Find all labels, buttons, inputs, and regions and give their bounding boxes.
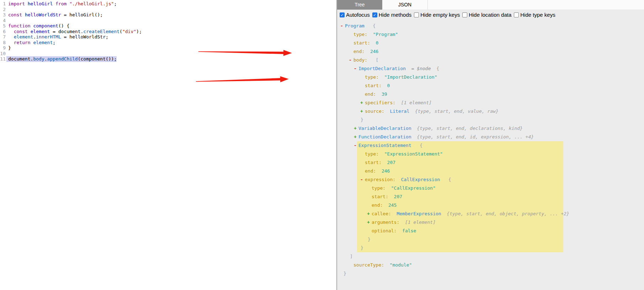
property-value: 246 — [376, 168, 390, 174]
code-text: function component() { — [6, 23, 69, 29]
tree-row[interactable]: type: "CallExpression" — [337, 184, 644, 193]
expand-icon[interactable]: + — [354, 124, 357, 133]
code-line[interactable]: 10 — [0, 51, 336, 57]
code-text: element.innerHTML = helloWorldStr; — [6, 34, 108, 40]
option-autofocus[interactable]: ✓Autofocus — [340, 12, 370, 18]
tree-row[interactable]: -expression: CallExpression { — [337, 175, 644, 184]
code-line[interactable]: 11document.body.appendChild(component())… — [0, 56, 336, 62]
token-pl: ); — [136, 29, 142, 34]
property-value: 0 — [382, 83, 390, 88]
punctuation: [ — [367, 57, 378, 63]
checkbox-unchecked-icon[interactable] — [414, 12, 419, 17]
line-number: 6 — [0, 29, 6, 35]
property-key-label: source: — [365, 109, 384, 114]
option-hide-empty-keys[interactable]: Hide empty keys — [414, 12, 460, 18]
code-text — [6, 7, 8, 12]
property-key-label: type: — [365, 74, 379, 80]
tree-row[interactable]: optional: false — [337, 227, 644, 235]
tree-row[interactable]: end: 245 — [337, 201, 644, 210]
tree-row[interactable]: end: 246 — [337, 47, 644, 56]
code-editor[interactable]: 1import helloGirl from "./helloGirl.js";… — [0, 0, 336, 290]
code-line[interactable]: 4 — [0, 18, 336, 23]
tree-row[interactable]: type: "ImportDeclaration" — [337, 73, 644, 81]
collapse-icon[interactable]: - — [349, 56, 352, 64]
property-value: "module" — [384, 262, 412, 268]
code-line[interactable]: 6 const element = document.createElement… — [0, 29, 336, 35]
tree-row[interactable]: +callee: MemberExpression {type, start, … — [337, 210, 644, 218]
option-hide-methods[interactable]: ✓Hide methods — [372, 12, 412, 18]
tab-json[interactable]: JSON — [382, 0, 428, 10]
code-line[interactable]: 1import helloGirl from "./helloGirl.js"; — [0, 1, 336, 7]
tree-row[interactable]: +FunctionDeclaration {type, start, end, … — [337, 133, 644, 141]
property-key-label: end: — [365, 168, 376, 174]
punctuation: { — [411, 143, 422, 148]
checkbox-checked-icon[interactable]: ✓ — [340, 12, 345, 17]
tree-row[interactable]: ] — [337, 252, 644, 261]
tree-row[interactable]: type: "Program" — [337, 30, 644, 39]
token-pl: . — [44, 56, 47, 62]
property-key-label: end: — [372, 202, 383, 208]
node-type-label: ImportDeclaration — [358, 66, 406, 71]
tree-row[interactable]: +specifiers: [1 element] — [337, 99, 644, 107]
code-line[interactable]: 3const helloWorldStr = helloGirl(); — [0, 12, 336, 18]
tree-row[interactable]: -ExpressionStatement { — [337, 141, 644, 150]
collapsed-preview: {type, start, end, value, raw} — [409, 109, 498, 114]
token-pl: () { — [58, 23, 69, 28]
checkbox-unchecked-icon[interactable] — [514, 12, 519, 17]
token-kw: const — [8, 12, 22, 17]
tree-row[interactable]: start: 0 — [337, 81, 644, 90]
tree-row[interactable]: end: 246 — [337, 167, 644, 175]
expand-icon[interactable]: + — [367, 210, 370, 218]
expand-icon[interactable]: + — [360, 99, 363, 107]
tree-row[interactable]: -body: [ — [337, 56, 644, 64]
checkbox-checked-icon[interactable]: ✓ — [372, 12, 377, 17]
token-pl: = helloWorldStr; — [61, 34, 108, 39]
option-hide-type-keys[interactable]: Hide type keys — [514, 12, 555, 18]
expand-icon[interactable]: + — [367, 218, 370, 227]
tree-row[interactable]: type: "ExpressionStatement" — [337, 150, 644, 158]
tree-row[interactable]: start: 207 — [337, 158, 644, 167]
checkbox-unchecked-icon[interactable] — [462, 12, 467, 17]
expand-icon[interactable]: + — [360, 107, 363, 116]
expand-icon[interactable]: + — [354, 133, 357, 141]
tree-row[interactable]: -ImportDeclaration = $node { — [337, 64, 644, 73]
property-key-label: type: — [372, 185, 385, 191]
tree-row[interactable]: end: 39 — [337, 90, 644, 99]
token-prop: appendChild — [47, 56, 78, 62]
option-hide-location-data[interactable]: Hide location data — [462, 12, 511, 18]
property-value: false — [396, 228, 416, 233]
collapse-icon[interactable]: - — [354, 64, 357, 73]
code-line[interactable]: 8 return element; — [0, 40, 336, 46]
tree-row[interactable]: start: 0 — [337, 39, 644, 47]
tree-row[interactable]: } — [337, 269, 644, 278]
line-number: 9 — [0, 45, 6, 51]
tree-row[interactable]: -Program { — [337, 22, 644, 30]
code-line[interactable]: 2 — [0, 7, 336, 12]
node-type-label: Program — [345, 23, 364, 28]
tree-row[interactable]: +source: Literal {type, start, end, valu… — [337, 107, 644, 116]
tree-row[interactable]: } — [337, 235, 644, 244]
code-line[interactable]: 7 element.innerHTML = helloWorldStr; — [0, 34, 336, 40]
collapse-icon[interactable]: - — [340, 22, 343, 30]
property-value: 0 — [370, 40, 378, 46]
token-pl: ( — [119, 29, 122, 34]
tree-row[interactable]: } — [337, 116, 644, 124]
tree-row[interactable]: +arguments: [1 element] — [337, 218, 644, 227]
view-tabs: Tree JSON — [337, 0, 644, 10]
collapse-icon[interactable]: - — [354, 141, 357, 150]
code-text: return element; — [6, 40, 55, 46]
tree-row[interactable]: +VariableDeclaration {type, start, end, … — [337, 124, 644, 133]
tree-row[interactable]: start: 207 — [337, 193, 644, 201]
tab-tree[interactable]: Tree — [337, 0, 382, 10]
code-line[interactable]: 9} — [0, 45, 336, 51]
code-text: const element = document.createElement("… — [6, 29, 142, 35]
collapsed-preview: [1 element] — [395, 100, 432, 105]
node-type-label: ExpressionStatement — [358, 143, 411, 148]
tree-row[interactable]: } — [337, 244, 644, 252]
tree-row[interactable]: sourceType: "module" — [337, 261, 644, 269]
code-line[interactable]: 5function component() { — [0, 23, 336, 29]
collapse-icon[interactable]: - — [360, 175, 363, 184]
line-number: 10 — [0, 51, 6, 57]
collapsed-preview: {type, start, end, declarations, kind} — [411, 126, 523, 131]
token-pl — [53, 1, 55, 6]
